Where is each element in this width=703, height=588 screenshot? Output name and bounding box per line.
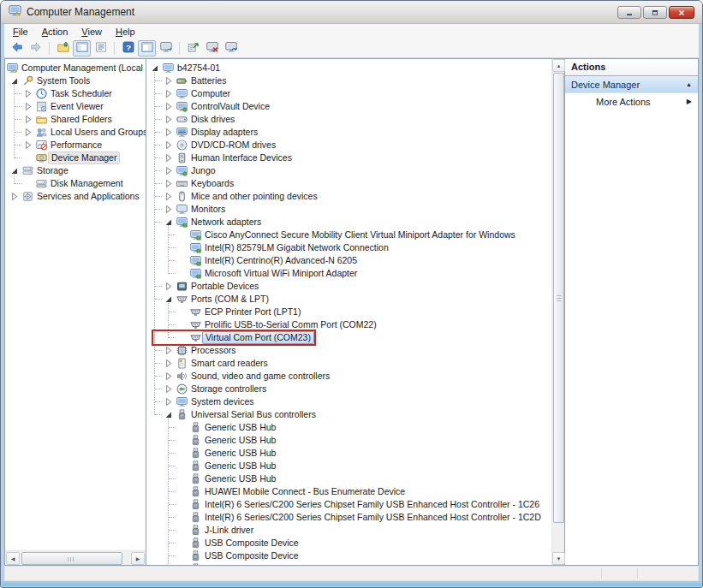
device-tree-item[interactable]: Human Interface Devices	[146, 151, 551, 164]
device-tree-item[interactable]: Mice and other pointing devices	[146, 190, 551, 203]
forward-button[interactable]	[27, 40, 45, 56]
tree-item-label[interactable]: Keyboards	[188, 177, 236, 190]
tree-item-label[interactable]: Universal Serial Bus controllers	[188, 408, 319, 421]
tree-item-label[interactable]: b42754-01	[175, 62, 223, 74]
tree-item-label[interactable]: Intel(R) 82579LM Gigabit Network Connect…	[202, 241, 391, 254]
tree-item-label[interactable]: Portable Devices	[188, 280, 261, 293]
console-tree-item[interactable]: Computer Management (Local	[5, 62, 146, 74]
tree-expander-collapsed-icon[interactable]	[163, 165, 174, 176]
tree-item-label[interactable]: Jungo	[188, 164, 218, 177]
device-tree-item[interactable]: USB Mass Storage Device	[146, 562, 551, 565]
tree-expander-collapsed-icon[interactable]	[22, 101, 33, 112]
device-tree-item[interactable]: Monitors	[146, 203, 551, 216]
tree-item-label[interactable]: USB Composite Device	[202, 549, 301, 562]
device-tree-item[interactable]: Microsoft Virtual WiFi Miniport Adapter	[146, 267, 551, 280]
show-console-tree-button[interactable]	[73, 40, 91, 56]
device-tree-item[interactable]: Generic USB Hub	[146, 421, 551, 434]
tree-expander-collapsed-icon[interactable]	[163, 152, 174, 163]
console-tree-item[interactable]: Task Scheduler	[5, 87, 146, 100]
chevron-up-icon[interactable]: ▲	[686, 76, 692, 93]
device-tree-item[interactable]: Processors	[146, 344, 551, 357]
tree-expander-collapsed-icon[interactable]	[163, 75, 174, 86]
tree-item-label[interactable]: Disk Management	[48, 177, 126, 190]
device-tree-item[interactable]: USB Composite Device	[146, 549, 551, 562]
device-tree-item[interactable]: b42754-01	[146, 62, 551, 74]
device-tree-item[interactable]: Virtual Com Port (COM23)	[146, 331, 551, 344]
device-tree-item[interactable]: Disk drives	[146, 113, 551, 126]
tree-item-label[interactable]: System Tools	[34, 74, 92, 87]
scroll-up-arrow[interactable]: ▲	[552, 59, 565, 72]
tree-expander-collapsed-icon[interactable]	[163, 281, 174, 292]
tree-item-label[interactable]: Display adapters	[188, 126, 260, 139]
device-tree-item[interactable]: Intel(R) 82579LM Gigabit Network Connect…	[146, 241, 551, 254]
tree-item-label[interactable]: Sound, video and game controllers	[188, 370, 332, 383]
device-tree-item[interactable]: Computer	[146, 87, 551, 100]
tree-expander-expanded-icon[interactable]	[163, 217, 174, 228]
tree-expander-collapsed-icon[interactable]	[163, 396, 174, 407]
tree-item-label[interactable]: Virtual Com Port (COM23)	[202, 331, 314, 344]
tree-item-label[interactable]: Disk drives	[188, 113, 237, 126]
tree-item-label[interactable]: Mice and other pointing devices	[188, 190, 320, 203]
tree-item-label[interactable]: Generic USB Hub	[202, 472, 278, 485]
scroll-left-arrow[interactable]: ◀	[6, 552, 20, 565]
tree-item-label[interactable]: Cisco AnyConnect Secure Mobility Client …	[202, 229, 518, 241]
tree-expander-expanded-icon[interactable]	[163, 409, 174, 420]
tree-item-label[interactable]: Generic USB Hub	[202, 434, 278, 447]
device-tree-item[interactable]: Generic USB Hub	[146, 434, 551, 447]
console-tree-item[interactable]: Shared Folders	[5, 113, 146, 126]
device-tree-item[interactable]: Universal Serial Bus controllers	[146, 408, 551, 421]
console-tree-item[interactable]: Event Viewer	[5, 100, 146, 113]
tree-expander-expanded-icon[interactable]	[9, 75, 20, 86]
tree-expander-expanded-icon[interactable]	[9, 165, 20, 176]
tree-item-label[interactable]: HUAWEI Mobile Connect - Bus Enumerate De…	[202, 485, 408, 498]
device-tree-item[interactable]: Intel(R) 6 Series/C200 Series Chipset Fa…	[146, 511, 551, 524]
device-tree-item[interactable]: Ports (COM & LPT)	[146, 293, 551, 306]
tree-expander-collapsed-icon[interactable]	[163, 383, 174, 395]
console-tree-item[interactable]: Storage	[5, 164, 146, 177]
tree-item-label[interactable]: Batteries	[188, 74, 229, 87]
tree-item-label[interactable]: Intel(R) Centrino(R) Advanced-N 6205	[202, 254, 360, 267]
menu-file-item[interactable]: File	[6, 25, 35, 39]
tree-item-label[interactable]: ECP Printer Port (LPT1)	[202, 306, 303, 318]
tree-expander-collapsed-icon[interactable]	[22, 88, 33, 99]
tree-item-label[interactable]: Microsoft Virtual WiFi Miniport Adapter	[202, 267, 360, 280]
device-tree-item[interactable]: Network adapters	[146, 216, 551, 229]
tree-expander-collapsed-icon[interactable]	[163, 178, 174, 189]
up-level-button[interactable]	[54, 40, 72, 56]
tree-expander-expanded-icon[interactable]	[163, 294, 174, 305]
export-list-button[interactable]	[92, 40, 110, 56]
menu-view-item[interactable]: View	[74, 25, 109, 39]
tree-expander-collapsed-icon[interactable]	[163, 101, 174, 112]
tree-item-label[interactable]: Monitors	[188, 203, 228, 216]
scroll-down-arrow[interactable]: ▼	[552, 552, 565, 565]
more-actions-item[interactable]: More Actions ▶	[565, 93, 698, 110]
device-tree-item[interactable]: Display adapters	[146, 126, 551, 139]
tree-item-label[interactable]: Prolific USB-to-Serial Comm Port (COM22)	[202, 318, 379, 331]
device-tree-item[interactable]: System devices	[146, 395, 551, 408]
tree-expander-collapsed-icon[interactable]	[22, 127, 33, 138]
tree-expander-collapsed-icon[interactable]	[22, 140, 33, 151]
menu-help-item[interactable]: Help	[109, 25, 142, 39]
device-tree-item[interactable]: Cisco AnyConnect Secure Mobility Client …	[146, 229, 551, 241]
scroll-right-arrow[interactable]: ▶	[131, 552, 145, 565]
tree-item-label[interactable]: Generic USB Hub	[202, 421, 278, 434]
tree-item-label[interactable]: Generic USB Hub	[202, 460, 278, 472]
device-tree-item[interactable]: Smart card readers	[146, 357, 551, 370]
tree-expander-collapsed-icon[interactable]	[163, 140, 174, 151]
minimize-button[interactable]	[617, 6, 641, 19]
tree-item-label[interactable]: Shared Folders	[48, 113, 115, 126]
tree-item-label[interactable]: Device Manager	[48, 151, 120, 164]
tree-item-label[interactable]: USB Composite Device	[202, 537, 301, 549]
tree-item-label[interactable]: Human Interface Devices	[188, 151, 295, 164]
device-tree-item[interactable]: Intel(R) Centrino(R) Advanced-N 6205	[146, 254, 551, 267]
tree-item-label[interactable]: Smart card readers	[188, 357, 271, 370]
console-tree-item[interactable]: Services and Applications	[5, 190, 146, 203]
close-button[interactable]	[669, 6, 694, 19]
tree-item-label[interactable]: Network adapters	[188, 216, 264, 229]
tree-item-label[interactable]: Performance	[48, 139, 104, 151]
device-tree-item[interactable]: Sound, video and game controllers	[146, 370, 551, 383]
device-tree-item[interactable]: Generic USB Hub	[146, 460, 551, 472]
tree-item-label[interactable]: Task Scheduler	[48, 87, 115, 100]
tree-item-label[interactable]: Storage controllers	[188, 383, 269, 395]
device-tree-item[interactable]: Storage controllers	[146, 383, 551, 395]
